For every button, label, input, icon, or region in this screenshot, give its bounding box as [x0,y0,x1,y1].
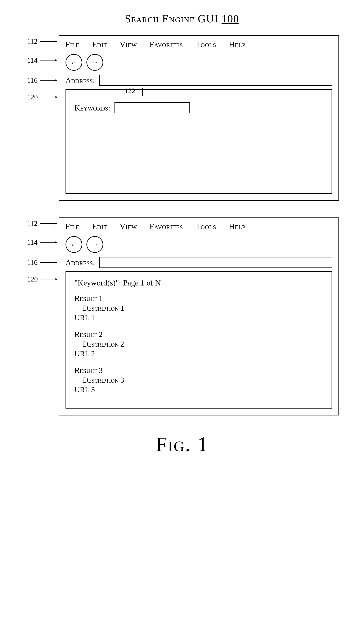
svg-marker-1 [55,40,57,42]
result-2-title[interactable]: Result 2 [75,330,323,339]
address-row-bot: Address: [59,255,338,271]
svg-marker-9 [142,94,143,96]
result-1-block: Result 1 Description 1 URL 1 [75,294,323,322]
svg-marker-3 [55,59,57,61]
title-number: 100 [222,13,239,25]
result-2-url[interactable]: URL 2 [75,349,323,358]
keywords-label: Keywords: [75,103,111,112]
gui-box-top: File Edit View Favorites Tools Help ← → … [59,35,339,201]
menu-help-top[interactable]: Help [229,40,245,49]
result-1-url[interactable]: URL 1 [75,313,323,322]
annotation-116-bot: 116 [27,258,57,266]
annotation-120-bot: 120 [27,275,58,283]
forward-arrow-icon-top: → [91,58,99,67]
address-label-bot: Address: [65,258,95,267]
menu-help-bot[interactable]: Help [229,222,245,231]
menu-bar-bot: File Edit View Favorites Tools Help [59,218,338,234]
menu-view-bot[interactable]: View [120,222,137,231]
nav-row-top: ← → [59,52,338,73]
annotation-112-top: 112 [27,38,57,45]
menu-favorites-bot[interactable]: Favorites [149,222,183,231]
menu-favorites-top[interactable]: Favorites [149,40,183,49]
address-input-top[interactable] [99,75,332,86]
results-content-area: "Keyword(s)": Page 1 of N Result 1 Descr… [65,271,332,409]
keywords-input[interactable] [115,102,190,113]
back-arrow-icon-bot: ← [70,240,78,249]
result-3-block: Result 3 Description 3 URL 3 [75,366,323,394]
forward-button-top[interactable]: → [86,54,103,71]
annotation-116-top: 116 [27,77,57,84]
annotation-120-top: 120 [27,93,58,101]
forward-arrow-icon-bot: → [91,240,99,249]
svg-marker-5 [55,79,57,81]
page-title: Search Engine GUI 100 [125,13,239,25]
annotation-122: 122 [125,86,151,96]
address-row-top: Address: [59,73,338,89]
address-input-bot[interactable] [99,257,332,268]
menu-bar-top: File Edit View Favorites Tools Help [59,36,338,52]
menu-edit-top[interactable]: Edit [92,40,107,49]
menu-tools-top[interactable]: Tools [195,40,216,49]
keywords-row: Keywords: [75,102,323,113]
menu-tools-bot[interactable]: Tools [195,222,216,231]
svg-marker-15 [55,261,57,264]
results-header: "Keyword(s)": Page 1 of N [75,278,323,287]
result-1-title[interactable]: Result 1 [75,294,323,303]
back-button-bot[interactable]: ← [65,236,82,253]
figure-label: Fig. 1 [156,432,208,456]
annotation-114-top: 114 [27,56,57,64]
result-1-description: Description 1 [83,304,323,312]
nav-row-bot: ← → [59,234,338,255]
annotation-114-bot: 114 [27,238,57,246]
svg-marker-7 [55,96,58,98]
result-2-description: Description 2 [83,340,323,348]
svg-marker-13 [55,241,57,244]
menu-file-bot[interactable]: File [65,222,79,231]
address-label-top: Address: [65,76,95,85]
menu-file-top[interactable]: File [65,40,79,49]
result-2-block: Result 2 Description 2 URL 2 [75,330,323,358]
back-arrow-icon-top: ← [70,58,78,67]
back-button-top[interactable]: ← [65,54,82,71]
result-3-url[interactable]: URL 3 [75,385,323,394]
result-3-description: Description 3 [83,376,323,385]
forward-button-bot[interactable]: → [86,236,103,253]
annotation-112-bot: 112 [27,219,57,228]
svg-marker-17 [55,278,58,280]
svg-marker-11 [55,222,57,225]
result-3-title[interactable]: Result 3 [75,366,323,375]
menu-view-top[interactable]: View [120,40,137,49]
menu-edit-bot[interactable]: Edit [92,222,107,231]
content-area-top: 122 Keywords: [65,89,332,194]
gui-box-bottom: File Edit View Favorites Tools Help ← → … [59,218,339,415]
